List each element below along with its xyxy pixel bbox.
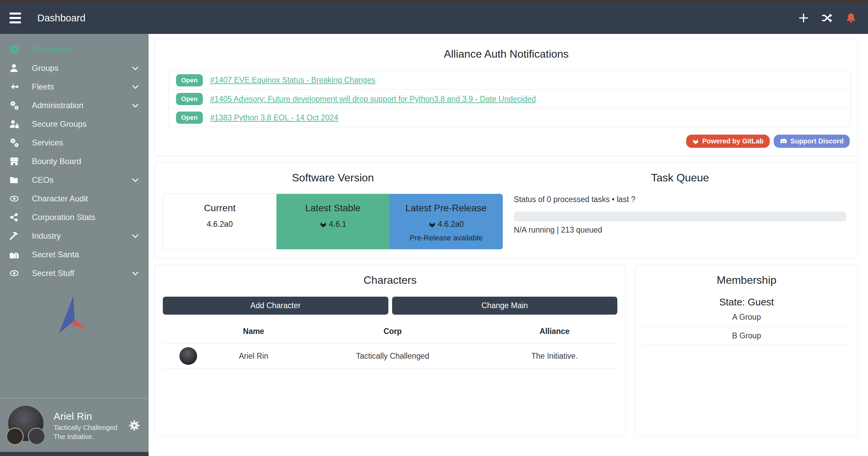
alliance-auth-logo xyxy=(52,295,96,337)
status-badge: Open xyxy=(176,112,203,124)
fighter-jet-icon xyxy=(9,81,22,92)
sidebar-item-secure-groups[interactable]: Secure Groups xyxy=(0,115,149,133)
sidebar-item-label: Fleets xyxy=(32,82,54,92)
character-corp: Tactically Challenged xyxy=(293,344,492,369)
task-queue-progressbar xyxy=(514,212,846,221)
software-version-section: Software Version Current 4.6.2a0 Latest … xyxy=(155,163,510,250)
sidebar-item-character-audit[interactable]: Character Audit xyxy=(0,189,149,208)
discord-icon xyxy=(780,138,787,144)
menu-toggle-icon[interactable] xyxy=(7,11,23,25)
sidebar-item-label: Secret Santa xyxy=(32,250,79,259)
user-lock-icon xyxy=(9,119,22,130)
prerelease-note: Pre-Release available xyxy=(389,234,503,242)
notification-row: Open #1383 Python 3.8 EOL - 14 Oct 2024 xyxy=(169,108,851,127)
version-number: 4.6.2a0 xyxy=(438,220,464,229)
gifts-icon xyxy=(9,249,22,260)
characters-panel: Characters Add Character Change Main Nam… xyxy=(154,265,626,436)
hammer-icon xyxy=(9,231,22,241)
sidebar-item-label: Bounty Board xyxy=(32,157,81,166)
sidebar-item-label: Services xyxy=(32,138,63,147)
notification-link[interactable]: #1407 EVE Equinox Status - Breaking Chan… xyxy=(210,76,375,85)
character-alliance: The Initiative. xyxy=(492,344,617,369)
chevron-down-icon xyxy=(131,64,140,73)
sidebar-item-label: Corporation Stats xyxy=(32,213,95,222)
sidebar-item-secret-santa[interactable]: Secret Santa xyxy=(0,245,149,264)
sidebar-item-services[interactable]: Services xyxy=(0,133,149,152)
sidebar-item-administration[interactable]: Administration xyxy=(0,96,149,115)
sidebar-item-secret-stuff[interactable]: Secret Stuff xyxy=(0,264,149,282)
sidebar-item-bounty-board[interactable]: Bounty Board xyxy=(0,152,149,171)
alliance-logo-badge xyxy=(28,428,45,445)
sidebar-item-fleets[interactable]: Fleets xyxy=(0,77,149,96)
membership-panel: Membership State: Guest A Group B Group xyxy=(635,265,858,436)
characters-title: Characters xyxy=(155,265,625,286)
corp-logo-badge xyxy=(6,428,24,445)
chevron-down-icon xyxy=(131,176,140,184)
column-header-name: Name xyxy=(214,320,293,344)
software-taskqueue-panel: Software Version Current 4.6.2a0 Latest … xyxy=(154,162,858,259)
notifications-title: Alliance Auth Notifications xyxy=(155,39,858,60)
user-name: Ariel Rin xyxy=(54,410,117,423)
add-icon[interactable] xyxy=(797,11,810,25)
chevron-down-icon xyxy=(131,101,140,110)
version-box-label: Latest Pre-Release xyxy=(389,203,503,214)
column-header-corp: Corp xyxy=(293,320,492,344)
discord-badge-label: Support Discord xyxy=(790,137,844,145)
sidebar-item-ceos[interactable]: CEOs xyxy=(0,171,149,189)
gitlab-badge-label: Powered by GitLab xyxy=(702,137,764,145)
sidebar-item-groups[interactable]: Groups xyxy=(0,59,149,77)
sidebar-item-label: Groups xyxy=(32,63,59,73)
version-box-prerelease: Latest Pre-Release 4.6.2a0 Pre-Release a… xyxy=(389,194,503,249)
sidebar-user-panel: Ariel Rin Tactically Challenged The Init… xyxy=(0,398,149,452)
sidebar-item-label: Character Audit xyxy=(32,194,88,203)
eye-icon xyxy=(9,193,22,204)
membership-title: Membership xyxy=(635,265,858,286)
chevron-down-icon xyxy=(131,82,140,91)
notifications-panel: Alliance Auth Notifications Open #1407 E… xyxy=(154,39,858,156)
version-box-label: Latest Stable xyxy=(276,203,390,214)
change-main-button[interactable]: Change Main xyxy=(392,297,618,315)
sidebar-item-label: Dashboard xyxy=(32,45,72,54)
support-discord-badge[interactable]: Support Discord xyxy=(774,135,850,148)
task-queue-counts: N/A running | 213 queued xyxy=(514,225,846,235)
powered-by-gitlab-badge[interactable]: Powered by GitLab xyxy=(686,135,770,148)
version-number: 4.6.2a0 xyxy=(207,220,233,229)
sidebar-item-label: Secret Stuff xyxy=(32,269,74,278)
notification-link[interactable]: #1405 Advisory: Future development will … xyxy=(210,95,536,104)
eye-icon xyxy=(9,268,22,279)
sidebar-item-label: Secure Groups xyxy=(32,119,86,129)
sidebar-item-corporation-stats[interactable]: Corporation Stats xyxy=(0,208,149,226)
task-queue-status: Status of 0 processed tasks • last ? xyxy=(514,195,846,204)
store-icon xyxy=(9,156,22,167)
notifications-bell-icon[interactable] xyxy=(844,11,858,25)
membership-group: A Group xyxy=(643,308,850,326)
add-character-button[interactable]: Add Character xyxy=(163,297,388,315)
gitlab-icon xyxy=(692,138,699,145)
sidebar-item-label: Industry xyxy=(32,231,61,241)
version-number: 4.6.1 xyxy=(329,220,346,229)
sidebar-footer-strip xyxy=(0,452,149,456)
user-alliance: The Initiative. xyxy=(54,432,117,441)
settings-gear-icon[interactable] xyxy=(128,419,140,432)
version-box-stable: Latest Stable 4.6.1 xyxy=(276,194,390,249)
task-queue-section: Task Queue Status of 0 processed tasks •… xyxy=(510,163,858,250)
notification-row: Open #1407 EVE Equinox Status - Breaking… xyxy=(169,71,851,90)
user-avatar xyxy=(8,406,46,445)
character-name: Ariel Rin xyxy=(214,344,293,369)
membership-state: State: Guest xyxy=(635,297,858,308)
shuffle-icon[interactable] xyxy=(821,11,834,25)
software-version-title: Software Version xyxy=(163,163,503,184)
sidebar-item-industry[interactable]: Industry xyxy=(0,226,149,245)
sidebar: Dashboard Groups Fleets xyxy=(0,34,149,456)
page-title: Dashboard xyxy=(37,13,85,24)
status-badge: Open xyxy=(176,74,203,86)
sidebar-item-label: CEOs xyxy=(32,175,54,185)
sidebar-item-dashboard[interactable]: Dashboard xyxy=(0,40,149,59)
main-content: Alliance Auth Notifications Open #1407 E… xyxy=(149,34,868,456)
status-badge: Open xyxy=(176,93,203,105)
notification-link[interactable]: #1383 Python 3.8 EOL - 14 Oct 2024 xyxy=(210,113,339,122)
gitlab-icon xyxy=(320,221,327,228)
character-portrait xyxy=(179,347,197,365)
user-corp: Tactically Challenged xyxy=(54,423,117,432)
membership-group: B Group xyxy=(643,326,850,345)
